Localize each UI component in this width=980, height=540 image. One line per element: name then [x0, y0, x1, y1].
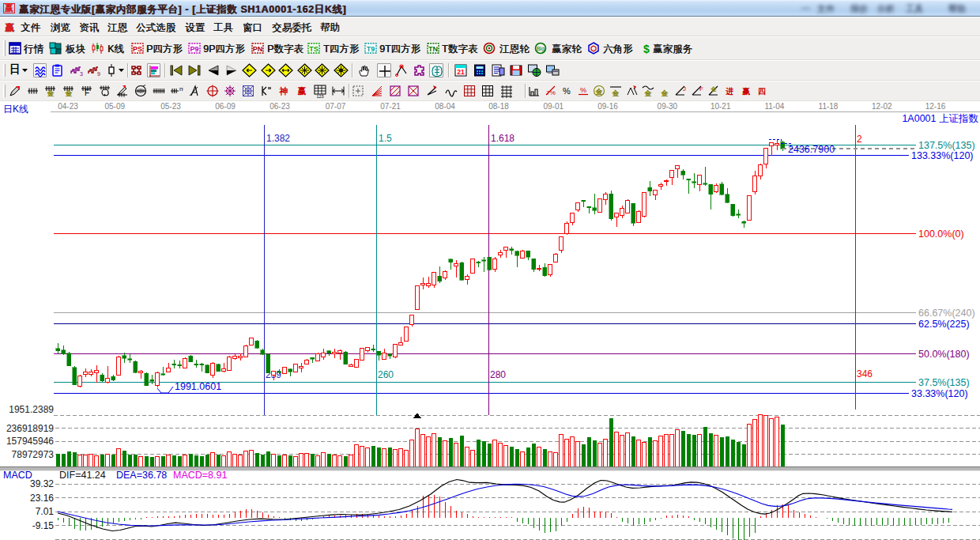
svg-text:金: 金 — [595, 88, 604, 96]
svg-text:236918919: 236918919 — [6, 423, 54, 434]
svg-text:TN: TN — [428, 45, 438, 53]
svg-text:123: 123 — [316, 94, 323, 99]
svg-text:05-09: 05-09 — [105, 102, 126, 111]
svg-text:Big: Big — [537, 46, 545, 52]
svg-text:260: 260 — [378, 369, 394, 380]
svg-text:MACD=8.91: MACD=8.91 — [173, 470, 227, 481]
svg-text:62.5%(225): 62.5%(225) — [918, 319, 970, 330]
svg-text:J: J — [683, 85, 686, 93]
svg-text:1991.0601: 1991.0601 — [175, 381, 221, 392]
svg-text:09-01: 09-01 — [544, 102, 564, 111]
svg-text:2: 2 — [857, 134, 862, 145]
svg-text:50.0%(180): 50.0%(180) — [918, 349, 970, 360]
svg-text:7%: 7% — [546, 89, 556, 96]
svg-text:n²: n² — [179, 85, 183, 93]
svg-text:金: 金 — [47, 89, 55, 97]
svg-text:37.5%(135): 37.5%(135) — [918, 377, 970, 388]
svg-text:23.16: 23.16 — [30, 493, 54, 504]
svg-text:赢: 赢 — [297, 86, 307, 96]
svg-text:PS: PS — [133, 45, 142, 53]
svg-text:$: $ — [643, 43, 650, 55]
svg-text:金: 金 — [661, 89, 669, 97]
svg-text:%: % — [563, 86, 571, 96]
svg-text:1.382: 1.382 — [266, 133, 290, 144]
svg-text:MACD: MACD — [3, 470, 32, 481]
svg-text:07-21: 07-21 — [380, 102, 401, 111]
svg-text:-9.15: -9.15 — [32, 520, 55, 531]
svg-text:金: 金 — [65, 89, 74, 97]
svg-text:1A0001 上证指数: 1A0001 上证指数 — [902, 113, 978, 124]
svg-text:%: % — [580, 86, 586, 94]
svg-text:3: 3 — [80, 71, 83, 77]
svg-text:133.33%(120): 133.33%(120) — [911, 150, 974, 161]
svg-text:157945946: 157945946 — [6, 436, 54, 447]
svg-text:9: 9 — [97, 71, 100, 77]
svg-text:DIF=41.24: DIF=41.24 — [59, 470, 106, 481]
svg-text:P9: P9 — [190, 45, 198, 53]
svg-text:T9: T9 — [367, 45, 375, 53]
svg-text:1.5: 1.5 — [379, 133, 392, 144]
svg-text:09-30: 09-30 — [658, 102, 678, 111]
svg-text:DEA=36.78: DEA=36.78 — [116, 470, 167, 481]
svg-text:100.0%(0): 100.0%(0) — [918, 228, 964, 240]
svg-text:78972973: 78972973 — [12, 449, 55, 460]
svg-text:F: F — [699, 85, 703, 93]
svg-text:05-23: 05-23 — [160, 102, 181, 111]
svg-text:04-23: 04-23 — [58, 102, 78, 111]
svg-text:金: 金 — [612, 89, 620, 97]
svg-text:280: 280 — [490, 369, 506, 380]
svg-text:11-04: 11-04 — [764, 102, 784, 111]
svg-text:06-09: 06-09 — [215, 102, 236, 111]
svg-text:赢: 赢 — [741, 87, 750, 96]
svg-text:09-16: 09-16 — [597, 102, 618, 111]
svg-text:06-23: 06-23 — [270, 102, 290, 111]
svg-text:08-04: 08-04 — [435, 102, 455, 111]
svg-text:四: 四 — [758, 87, 766, 96]
svg-text:TS: TS — [309, 45, 318, 53]
svg-text:F: F — [85, 89, 89, 97]
svg-text:1.618: 1.618 — [491, 133, 514, 144]
svg-text:07-07: 07-07 — [326, 102, 346, 111]
svg-text:346: 346 — [857, 368, 873, 380]
svg-text:39.32: 39.32 — [30, 478, 54, 489]
svg-text:66.67%(240): 66.67%(240) — [918, 308, 975, 319]
svg-text:金: 金 — [710, 86, 718, 92]
svg-text:33.33%(120): 33.33%(120) — [911, 388, 968, 399]
svg-text:11-18: 11-18 — [819, 102, 839, 111]
svg-text:08-18: 08-18 — [488, 102, 509, 111]
svg-text:10-21: 10-21 — [710, 102, 731, 111]
svg-text:12-16: 12-16 — [925, 102, 946, 111]
svg-text:137.5%(135): 137.5%(135) — [918, 140, 975, 151]
svg-text:金: 金 — [644, 89, 653, 97]
svg-text:21: 21 — [457, 68, 465, 76]
svg-text:7.01: 7.01 — [36, 506, 55, 517]
svg-text:进: 进 — [725, 87, 733, 96]
svg-text:PN: PN — [253, 45, 263, 53]
svg-text:2436.7900: 2436.7900 — [788, 144, 835, 155]
svg-text:12-02: 12-02 — [872, 102, 892, 111]
svg-text:1951.2389: 1951.2389 — [9, 404, 54, 415]
svg-text:神: 神 — [279, 86, 288, 96]
svg-text:日K线: 日K线 — [3, 104, 28, 115]
